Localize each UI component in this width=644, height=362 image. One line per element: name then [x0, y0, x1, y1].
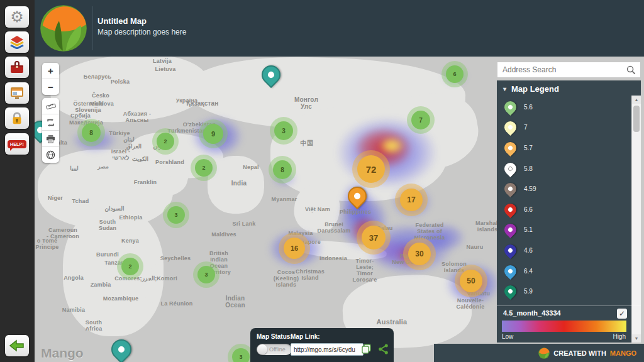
map-label: Federated States of Micronesia: [414, 222, 445, 241]
map-label: Marshall Islands: [475, 220, 499, 233]
legend-item[interactable]: 5.9: [497, 281, 629, 302]
legend-item-value: 6.4: [524, 268, 533, 275]
legend-item[interactable]: 7: [497, 118, 629, 138]
globe-icon: [46, 150, 55, 160]
legend-item[interactable]: 6.6: [497, 199, 629, 220]
legend-item[interactable]: 6.4: [497, 261, 629, 282]
print-button[interactable]: [42, 131, 59, 147]
extent-tool-button[interactable]: [42, 114, 59, 131]
settings-button[interactable]: ⚙: [5, 6, 29, 28]
legend-pin-icon: [502, 263, 519, 280]
cluster-marker[interactable]: 3: [167, 206, 185, 224]
gear-icon: ⚙: [10, 9, 24, 25]
back-arrow-icon: [9, 339, 25, 353]
cluster-marker[interactable]: 6: [446, 65, 464, 83]
map-tools: [42, 98, 59, 163]
map-label: Cocos (Keeling) Islands: [274, 269, 299, 288]
legend-pin-icon: [502, 160, 519, 177]
map-label: Christmas Island: [296, 268, 325, 281]
map-label: La Réunion: [161, 300, 193, 307]
created-with-text: CREATED WITH: [553, 349, 606, 357]
teal-pin-marker[interactable]: [107, 336, 135, 362]
cluster-marker[interactable]: 3: [197, 266, 215, 283]
map-legend-panel: ▾ Map Legend 5.675.75.84.596.65.14.66.45…: [497, 80, 641, 343]
legend-item-value: 5.7: [524, 145, 533, 151]
legend-item-value: 7: [524, 124, 528, 131]
zoom-in-button[interactable]: +: [42, 63, 59, 79]
share-button[interactable]: [377, 343, 390, 356]
toggle-knob[interactable]: [257, 344, 267, 354]
cluster-marker[interactable]: 2: [195, 159, 213, 177]
legend-item[interactable]: 4.59: [497, 178, 629, 199]
measure-tool-button[interactable]: [42, 98, 59, 114]
cluster-marker[interactable]: 2: [157, 133, 174, 150]
zoom-out-button[interactable]: −: [42, 79, 59, 95]
display-button[interactable]: [5, 82, 29, 104]
legend-pin-icon: [502, 99, 519, 116]
map-label: Solomon Islands: [441, 261, 467, 273]
legend-item-value: 6.6: [524, 206, 533, 213]
back-button[interactable]: [5, 335, 29, 356]
map-label: Myanmar: [272, 196, 297, 202]
cluster-marker[interactable]: 2: [121, 258, 139, 275]
cluster-marker[interactable]: 8: [82, 123, 101, 142]
map-label: Indian Ocean: [225, 295, 245, 309]
layer-checkbox[interactable]: ✓: [617, 309, 627, 319]
legend-item-value: 5.1: [524, 226, 533, 233]
cluster-marker[interactable]: 7: [411, 111, 430, 129]
cluster-marker[interactable]: 9: [203, 124, 223, 144]
cluster-marker[interactable]: 16: [284, 238, 305, 259]
help-bubble-icon: HELP!: [8, 140, 26, 148]
copy-icon: [361, 343, 372, 354]
legend-header[interactable]: ▾ Map Legend: [497, 80, 641, 96]
header-divider: [92, 6, 93, 50]
search-icon[interactable]: [626, 65, 636, 75]
map-description: Map description goes here: [97, 28, 186, 36]
legend-title: Map Legend: [511, 84, 559, 94]
layers-button[interactable]: [5, 31, 29, 53]
mango-logo[interactable]: [40, 4, 87, 52]
landmass: [208, 156, 264, 214]
cluster-marker[interactable]: 30: [408, 243, 431, 265]
heat-gradient-bar: [502, 321, 626, 332]
chevron-down-icon[interactable]: ▾: [503, 85, 506, 92]
legend-item[interactable]: 5.7: [497, 138, 629, 158]
cluster-marker[interactable]: 17: [400, 189, 423, 211]
legend-item[interactable]: 5.8: [497, 158, 629, 179]
legend-pin-icon: [502, 180, 519, 197]
legend-pin-icon: [502, 283, 519, 300]
toolbox-button[interactable]: [5, 57, 29, 78]
map-label: Philippines: [340, 209, 371, 215]
legend-item[interactable]: 5.1: [497, 220, 629, 241]
cluster-marker[interactable]: 3: [232, 348, 250, 362]
map-link-input[interactable]: [291, 343, 364, 356]
cluster-marker[interactable]: 3: [274, 121, 293, 140]
globe-button[interactable]: [42, 147, 59, 163]
address-search-input[interactable]: [497, 65, 626, 74]
gradient-high-label: High: [613, 333, 626, 340]
mango-mini-logo: [538, 348, 550, 359]
share-icon: [377, 343, 389, 355]
lock-button[interactable]: [5, 107, 29, 129]
toggle-state-label: Offline: [269, 346, 286, 353]
help-button[interactable]: HELP!: [5, 133, 29, 155]
layer-section: 4.5_month_43334 ✓ Low High: [497, 305, 641, 343]
legend-item[interactable]: 4.6: [497, 240, 629, 261]
legend-item[interactable]: 5.6: [497, 97, 629, 118]
cluster-marker[interactable]: 50: [460, 270, 482, 292]
scroll-up-arrow[interactable]: ▲: [632, 96, 641, 104]
landmass: [48, 57, 210, 127]
page-title: Untitled Map: [97, 16, 186, 26]
cluster-marker[interactable]: 8: [273, 160, 292, 179]
map-status-panel: Map Status: Map Link: Offline: [250, 328, 394, 362]
created-with-mango-bar: CREATED WITH MANGO: [434, 344, 644, 362]
map-label: Timor- Leste; Timor Lorosa'e: [353, 258, 377, 283]
offline-toggle[interactable]: Offline: [257, 344, 292, 355]
cluster-marker[interactable]: 72: [357, 155, 385, 183]
copy-link-button[interactable]: [361, 343, 374, 356]
scrollbar-thumb[interactable]: [633, 106, 640, 132]
map-header: Untitled Map Map description goes here: [35, 0, 644, 57]
mango-brand-text[interactable]: MANGO: [610, 349, 636, 357]
monitor-icon: [9, 86, 25, 100]
cluster-marker[interactable]: 37: [362, 226, 386, 250]
